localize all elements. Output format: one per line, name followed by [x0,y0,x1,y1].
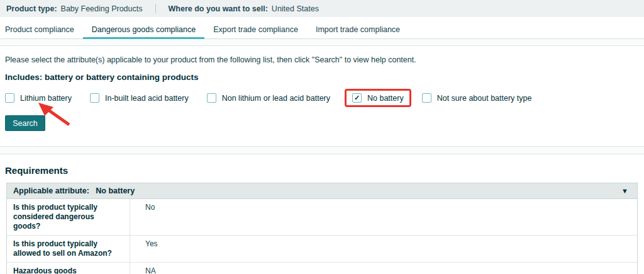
checkbox-not-sure-battery-type[interactable]: Not sure about battery type [422,93,532,103]
instructions-text: Please select the attribute(s) applicabl… [5,55,639,64]
product-type-value: Baby Feeding Products [61,4,143,13]
chevron-down-icon[interactable]: ▼ [621,187,628,195]
sell-location-label: Where do you want to sell: [169,4,268,13]
row-label: Is this product typically allowed to sel… [7,236,130,262]
battery-checkbox-row: Lithium battery In-built lead acid batte… [5,89,639,107]
checkbox-unchecked-icon[interactable] [90,93,99,103]
compliance-page: { "topbar": { "product_type_label": "Pro… [0,0,644,274]
tab-product-compliance[interactable]: Product compliance [0,21,83,39]
checkbox-no-battery-annotated[interactable]: ✓ No battery [345,89,411,107]
checkbox-unchecked-icon[interactable] [422,93,431,103]
checkbox-label: Non lithium or lead acid battery [222,94,330,103]
search-button[interactable]: Search [5,115,45,131]
checkbox-unchecked-icon[interactable] [5,93,14,103]
checkbox-label: Lithium battery [20,94,72,103]
includes-heading: Includes: battery or battery containing … [5,72,639,82]
row-label: Hazardous goods classification [7,263,130,274]
row-value: No [130,199,161,235]
product-type-label: Product type: [6,4,57,13]
header-value: No battery [96,186,135,195]
checkbox-checked-icon[interactable]: ✓ [352,93,362,103]
compliance-tabs: Product compliance Dangerous goods compl… [0,21,644,39]
checkbox-inbuilt-lead-acid-battery[interactable]: In-built lead acid battery [90,93,189,103]
header-label: Applicable attribute: [13,186,89,195]
row-label: Is this product typically considered dan… [7,199,130,235]
header-text: Applicable attribute: No battery [13,186,135,195]
requirements-table: Applicable attribute: No battery ▼ Is th… [6,183,638,274]
tab-import-trade-compliance[interactable]: Import trade compliance [307,21,409,39]
checkbox-label: Not sure about battery type [437,94,532,103]
requirements-heading: Requirements [5,165,639,176]
row-value: Yes [130,236,164,262]
checkbox-non-lithium-lead-acid-battery[interactable]: Non lithium or lead acid battery [207,93,330,103]
table-row: Is this product typically allowed to sel… [7,236,637,263]
checkbox-lithium-battery[interactable]: Lithium battery [5,93,72,103]
checkbox-label: No battery [367,94,404,103]
row-value: NA [130,263,162,274]
section-divider-band [0,39,644,46]
tab-export-trade-compliance[interactable]: Export trade compliance [204,21,307,39]
context-bar: Product type: Baby Feeding Products Wher… [0,0,644,17]
tab-dangerous-goods-compliance[interactable]: Dangerous goods compliance [83,21,204,39]
checkbox-unchecked-icon[interactable] [207,93,216,103]
sell-location-value: United States [272,4,319,13]
divider [155,4,156,13]
section-divider-band [0,146,644,154]
table-row: Hazardous goods classification NA [7,263,637,274]
checkbox-label: In-built lead acid battery [105,94,189,103]
table-row: Is this product typically considered dan… [7,199,637,236]
main-content: Please select the attribute(s) applicabl… [0,55,644,131]
table-header-applicable-attribute[interactable]: Applicable attribute: No battery ▼ [7,183,637,199]
